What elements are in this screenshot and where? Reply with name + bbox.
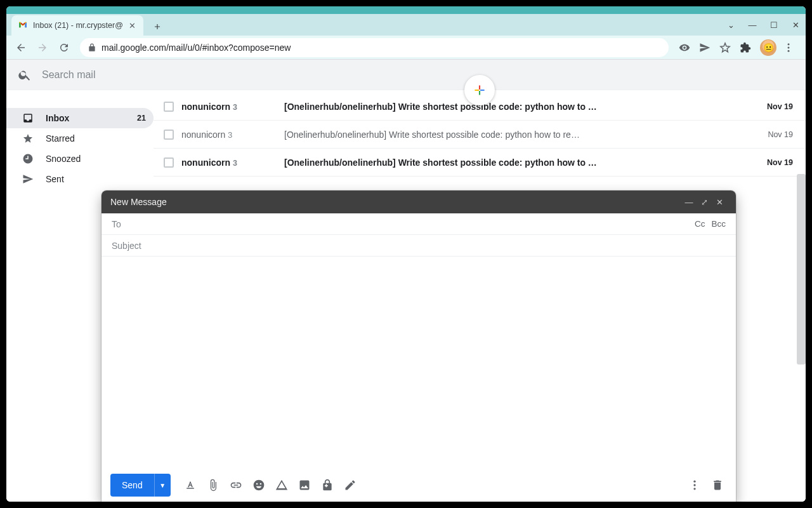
star-icon[interactable] [719, 42, 733, 53]
tab-close-icon[interactable]: ✕ [128, 21, 137, 30]
eye-icon[interactable] [679, 42, 693, 53]
extensions-icon[interactable] [740, 42, 754, 53]
send-options-dropdown[interactable]: ▼ [154, 474, 171, 497]
drive-icon[interactable] [272, 476, 291, 495]
browser-window: Inbox (21) - mr.crypster@ ✕ ⌄ — ☐ ✕ mail… [6, 6, 806, 502]
profile-avatar[interactable]: 😐 [760, 39, 776, 56]
back-button[interactable] [11, 38, 30, 57]
window-maximize-icon[interactable]: ☐ [768, 20, 780, 30]
chevron-down-icon[interactable]: ⌄ [724, 20, 737, 30]
sidebar-item-inbox[interactable]: Inbox 21 [6, 108, 154, 128]
sidebar-item-label: Starred [46, 133, 75, 144]
compose-header[interactable]: New Message — ⤢ ✕ [102, 190, 736, 213]
address-bar[interactable]: mail.google.com/mail/u/0/#inbox?compose=… [80, 38, 669, 57]
window-close-icon[interactable]: ✕ [789, 20, 802, 30]
inbox-count: 21 [137, 114, 146, 123]
insert-image-icon[interactable] [295, 476, 314, 495]
svg-point-0 [683, 46, 686, 49]
confidential-mode-icon[interactable] [318, 476, 337, 495]
svg-point-5 [693, 484, 695, 486]
url-text: mail.google.com/mail/u/0/#inbox?compose=… [102, 43, 291, 53]
forward-button[interactable] [33, 38, 52, 57]
lock-icon [88, 43, 96, 52]
clock-icon [22, 153, 34, 164]
cc-button[interactable]: Cc [695, 219, 705, 229]
compose-minimize-icon[interactable]: — [681, 197, 697, 207]
window-controls: ⌄ — ☐ ✕ [724, 14, 802, 36]
compose-fullscreen-icon[interactable]: ⤢ [697, 197, 712, 207]
checkbox[interactable] [164, 130, 174, 140]
tab-strip: Inbox (21) - mr.crypster@ ✕ ⌄ — ☐ ✕ [6, 14, 806, 36]
svg-point-3 [788, 50, 790, 51]
star-icon [22, 133, 34, 144]
sidebar-item-starred[interactable]: Starred [6, 128, 154, 149]
os-titlebar [6, 6, 806, 14]
email-subject: [Onelinerhub/onelinerhub] Write shortest… [284, 130, 752, 140]
sidebar-item-label: Snoozed [46, 154, 81, 164]
svg-point-4 [693, 481, 695, 483]
email-row[interactable]: nonunicorn3 [Onelinerhub/onelinerhub] Wr… [154, 149, 806, 177]
compose-subject-field[interactable]: Subject [102, 235, 736, 257]
checkbox[interactable] [164, 102, 174, 112]
kebab-menu-icon[interactable] [783, 42, 797, 53]
email-from: nonunicorn3 [181, 102, 277, 112]
compose-to-field[interactable]: To Cc Bcc [102, 213, 736, 235]
browser-tab[interactable]: Inbox (21) - mr.crypster@ ✕ [11, 15, 143, 36]
checkbox[interactable] [164, 157, 174, 168]
reload-button[interactable] [55, 38, 74, 57]
compose-title: New Message [110, 197, 167, 207]
inbox-icon [22, 112, 34, 124]
email-date: Nov 19 [760, 130, 798, 139]
send-icon [22, 173, 34, 185]
subject-placeholder: Subject [112, 241, 141, 251]
scrollbar[interactable] [797, 174, 806, 364]
send-arrow-icon[interactable] [699, 42, 713, 53]
email-subject: [Onelinerhub/onelinerhub] Write shortest… [284, 102, 752, 112]
to-label: To [112, 219, 121, 229]
more-options-icon[interactable] [685, 476, 704, 495]
compose-window: New Message — ⤢ ✕ To Cc Bcc Subject Send… [102, 190, 736, 502]
svg-point-6 [693, 488, 695, 490]
sidebar-item-label: Sent [46, 174, 64, 184]
compose-close-icon[interactable]: ✕ [712, 197, 727, 207]
email-row[interactable]: nonunicorn3 [Onelinerhub/onelinerhub] Wr… [154, 121, 806, 149]
discard-draft-icon[interactable] [708, 476, 727, 495]
format-text-icon[interactable] [181, 476, 200, 495]
compose-fab[interactable] [464, 75, 495, 105]
gmail-favicon-icon [18, 20, 28, 30]
new-tab-button[interactable] [148, 18, 166, 36]
attach-file-icon[interactable] [204, 476, 223, 495]
sidebar-item-label: Inbox [46, 113, 69, 123]
search-icon [18, 68, 32, 82]
email-date: Nov 19 [760, 158, 798, 167]
url-bar: mail.google.com/mail/u/0/#inbox?compose=… [6, 36, 806, 60]
window-minimize-icon[interactable]: — [746, 20, 759, 30]
svg-point-2 [788, 46, 790, 48]
email-from: nonunicorn3 [181, 130, 277, 140]
insert-link-icon[interactable] [226, 476, 246, 495]
url-bar-actions: 😐 [675, 39, 801, 56]
svg-point-1 [788, 43, 790, 45]
email-date: Nov 19 [760, 102, 798, 111]
bcc-button[interactable]: Bcc [711, 219, 726, 229]
gmail-search-bar[interactable]: Search mail [6, 60, 806, 90]
compose-toolbar: Send ▼ [102, 469, 736, 502]
compose-body[interactable] [102, 257, 736, 469]
email-subject: [Onelinerhub/onelinerhub] Write shortest… [284, 157, 752, 168]
send-button[interactable]: Send ▼ [110, 474, 171, 497]
pen-icon[interactable] [341, 476, 360, 495]
emoji-icon[interactable] [249, 476, 268, 495]
email-from: nonunicorn3 [181, 157, 277, 168]
search-placeholder: Search mail [42, 69, 95, 81]
sidebar-item-sent[interactable]: Sent [6, 169, 154, 189]
tab-title: Inbox (21) - mr.crypster@ [33, 21, 123, 30]
sidebar-item-snoozed[interactable]: Snoozed [6, 149, 154, 169]
